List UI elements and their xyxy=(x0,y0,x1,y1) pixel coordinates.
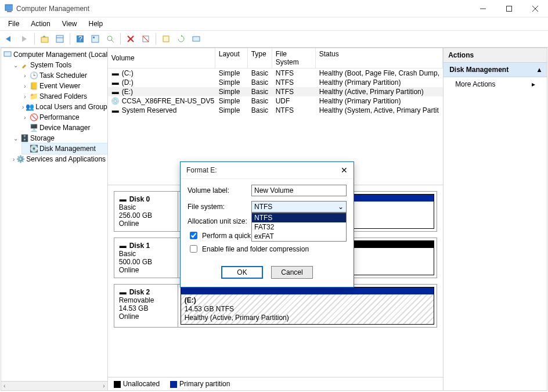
actions-header: Actions xyxy=(444,48,547,63)
chevron-right-icon: ▸ xyxy=(532,80,535,88)
ok-button[interactable]: OK xyxy=(221,266,263,279)
expand-icon[interactable]: › xyxy=(22,114,28,121)
expand-icon[interactable]: › xyxy=(22,104,24,110)
partition[interactable]: (E:)14.53 GB NTFSHealthy (Active, Primar… xyxy=(181,287,434,325)
svg-rect-0 xyxy=(5,5,13,10)
scroll-right-icon[interactable]: › xyxy=(100,383,107,389)
tree-device-manager[interactable]: 🖥️Device Manager xyxy=(22,123,107,133)
svg-text:?: ? xyxy=(78,35,82,43)
volume-row[interactable]: ▬(D:)SimpleBasicNTFSHealthy (Primary Par… xyxy=(108,78,443,87)
menu-file[interactable]: File xyxy=(3,19,24,29)
scroll-left-icon[interactable]: ‹ xyxy=(1,383,8,389)
expand-icon[interactable]: › xyxy=(13,156,15,163)
collapse-icon[interactable]: ⌄ xyxy=(13,135,19,142)
filesystem-label: File system: xyxy=(188,203,251,211)
volume-row[interactable]: ▬System ReservedSimpleBasicNTFSHealthy (… xyxy=(108,106,443,115)
window-title: Computer Management xyxy=(16,5,470,13)
col-type[interactable]: Type xyxy=(248,48,272,68)
app-icon xyxy=(5,5,13,13)
disk-info: ▬Disk 2Removable14.53 GBOnline xyxy=(114,285,178,327)
disk-icon: 💽 xyxy=(30,145,38,153)
filesystem-select[interactable]: NTFS⌄ NTFS FAT32 exFAT xyxy=(251,201,347,213)
tree-root[interactable]: Computer Management (Local xyxy=(3,49,107,60)
tree-performance[interactable]: ›🚫Performance xyxy=(22,112,107,123)
volume-label-input[interactable] xyxy=(251,185,347,196)
svg-rect-24 xyxy=(193,37,200,41)
option-ntfs[interactable]: NTFS xyxy=(252,213,346,222)
format-button[interactable] xyxy=(139,32,153,46)
drive-icon: ▬ xyxy=(111,69,120,77)
tree-disk-management[interactable]: 💽Disk Management xyxy=(22,143,107,154)
svg-rect-3 xyxy=(506,6,511,11)
storage-icon: 🗄️ xyxy=(20,134,28,142)
expand-icon[interactable]: › xyxy=(22,83,28,89)
perf-icon: 🚫 xyxy=(30,113,38,121)
close-button[interactable] xyxy=(522,0,548,17)
actions-disk-management[interactable]: Disk Management ▴ xyxy=(444,63,547,77)
menu-action[interactable]: Action xyxy=(26,19,55,29)
volume-row[interactable]: ▬(C:)SimpleBasicNTFSHealthy (Boot, Page … xyxy=(108,69,443,78)
new-button[interactable] xyxy=(159,32,173,46)
svg-point-16 xyxy=(107,36,112,41)
dialog-close-button[interactable]: ✕ xyxy=(341,166,348,175)
clock-icon: 🕒 xyxy=(30,71,38,80)
tree-storage[interactable]: ⌄ 🗄️ Storage xyxy=(13,133,107,143)
col-status[interactable]: Status xyxy=(316,48,443,68)
actions-more[interactable]: More Actions ▸ xyxy=(444,77,547,91)
svg-rect-15 xyxy=(93,37,95,38)
delete-button[interactable] xyxy=(124,32,138,46)
legend-unallocated: Unallocated xyxy=(114,380,160,388)
find-button[interactable] xyxy=(103,32,117,46)
disk-icon: ▬ xyxy=(119,195,127,203)
volume-table-header: Volume Layout Type File System Status xyxy=(108,48,443,69)
extra-button[interactable] xyxy=(189,32,203,46)
properties-button[interactable] xyxy=(53,32,67,46)
disk-row[interactable]: ▬Disk 2Removable14.53 GBOnline(E:)14.53 … xyxy=(114,284,437,328)
expand-icon[interactable]: › xyxy=(22,73,28,79)
volume-row[interactable]: ▬(E:)SimpleBasicNTFSHealthy (Active, Pri… xyxy=(108,87,443,96)
legend: Unallocated Primary partition xyxy=(108,377,443,390)
maximize-button[interactable] xyxy=(496,0,522,17)
col-layout[interactable]: Layout xyxy=(215,48,248,68)
drive-icon: ▬ xyxy=(111,88,120,96)
chevron-down-icon: ⌄ xyxy=(338,203,344,211)
tree-shared-folders[interactable]: ›📁Shared Folders xyxy=(22,91,107,102)
dialog-titlebar[interactable]: Format E: ✕ xyxy=(181,162,354,179)
menu-view[interactable]: View xyxy=(57,19,82,29)
menu-help[interactable]: Help xyxy=(84,19,108,29)
svg-line-21 xyxy=(143,36,149,42)
col-volume[interactable]: Volume xyxy=(108,48,215,68)
volume-row[interactable]: 💿CCSA_X86FRE_EN-US_DV5 (Z:)SimpleBasicUD… xyxy=(108,96,443,106)
tree-local-users[interactable]: ›👥Local Users and Groups xyxy=(22,102,107,112)
back-button[interactable] xyxy=(2,32,16,46)
tree-system-tools[interactable]: ⌄ System Tools xyxy=(13,60,107,70)
tree-task-scheduler[interactable]: ›🕒Task Scheduler xyxy=(22,70,107,81)
expand-icon[interactable]: › xyxy=(22,93,28,100)
event-icon: 📒 xyxy=(30,82,38,90)
minimize-button[interactable] xyxy=(470,0,496,17)
up-button[interactable] xyxy=(38,32,52,46)
quick-format-check[interactable] xyxy=(190,232,197,239)
refresh-button[interactable] xyxy=(174,32,188,46)
tree-horizontal-scrollbar[interactable]: ‹› xyxy=(1,381,107,390)
svg-rect-22 xyxy=(163,36,169,42)
disc-icon: 💿 xyxy=(111,97,120,105)
disk-info: ▬Disk 1Basic500.00 GBOnline xyxy=(114,238,178,278)
folder-icon: 📁 xyxy=(30,92,38,100)
option-fat32[interactable]: FAT32 xyxy=(252,222,346,232)
svg-marker-6 xyxy=(6,36,10,42)
compression-checkbox[interactable]: Enable file and folder compression xyxy=(188,243,347,254)
forward-button[interactable] xyxy=(17,32,31,46)
titlebar: Computer Management xyxy=(0,0,548,17)
option-exfat[interactable]: exFAT xyxy=(252,232,346,241)
help-button[interactable]: ? xyxy=(73,32,87,46)
view-button[interactable] xyxy=(88,32,102,46)
compression-check[interactable] xyxy=(190,245,197,253)
col-filesystem[interactable]: File System xyxy=(272,48,316,68)
tree-services[interactable]: ›⚙️Services and Applications xyxy=(13,154,107,164)
disk-icon: ▬ xyxy=(119,288,127,296)
cancel-button[interactable]: Cancel xyxy=(271,266,313,279)
collapse-icon[interactable]: ⌄ xyxy=(13,62,19,69)
tree-event-viewer[interactable]: ›📒Event Viewer xyxy=(22,81,107,91)
svg-rect-14 xyxy=(92,35,99,42)
